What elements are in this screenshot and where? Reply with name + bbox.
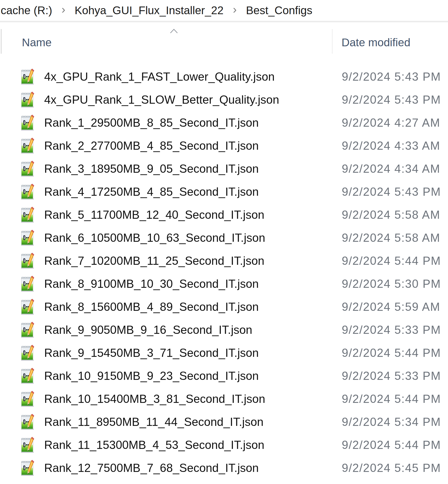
file-row[interactable]: Rank_6_10500MB_10_63_Second_IT.json 9/2/…: [0, 226, 448, 249]
json-file-icon: [20, 367, 35, 384]
json-file-icon: [20, 299, 35, 315]
json-file-icon: [20, 253, 35, 269]
file-date-modified: 9/2/2024 5:34 PM: [342, 415, 441, 429]
file-name[interactable]: Rank_9_9050MB_9_16_Second_IT.json: [44, 323, 252, 337]
file-date-modified: 9/2/2024 5:43 PM: [342, 70, 441, 83]
file-row[interactable]: Rank_5_11700MB_12_40_Second_IT.json 9/2/…: [0, 203, 448, 226]
file-date-modified: 9/2/2024 4:33 AM: [342, 139, 440, 152]
file-name[interactable]: Rank_2_27700MB_4_85_Second_IT.json: [44, 139, 259, 152]
json-file-icon: [20, 390, 35, 407]
file-name[interactable]: Rank_8_9100MB_10_30_Second_IT.json: [44, 277, 259, 291]
file-date-modified: 9/2/2024 5:33 PM: [342, 369, 441, 383]
json-file-icon: [20, 230, 35, 246]
file-date-modified: 9/2/2024 5:44 PM: [342, 438, 441, 452]
chevron-right-icon[interactable]: ›: [233, 3, 237, 16]
file-name[interactable]: Rank_3_18950MB_9_05_Second_IT.json: [44, 162, 259, 175]
json-file-icon: [20, 206, 35, 223]
file-row[interactable]: Rank_3_18950MB_9_05_Second_IT.json 9/2/2…: [0, 157, 448, 180]
file-row[interactable]: Rank_10_15400MB_3_81_Second_IT.json 9/2/…: [0, 387, 448, 410]
chevron-right-icon[interactable]: ›: [61, 3, 65, 16]
file-list: 4x_GPU_Rank_1_FAST_Lower_Quality.json 9/…: [0, 65, 448, 479]
json-file-icon: [20, 276, 35, 292]
file-date-modified: 9/2/2024 5:43 PM: [342, 93, 441, 106]
file-name[interactable]: Rank_11_15300MB_4_53_Second_IT.json: [44, 438, 264, 452]
file-name[interactable]: Rank_4_17250MB_4_85_Second_IT.json: [44, 185, 259, 198]
json-file-icon: [20, 322, 35, 338]
file-name[interactable]: 4x_GPU_Rank_1_FAST_Lower_Quality.json: [44, 70, 275, 83]
json-file-icon: [20, 436, 35, 453]
file-date-modified: 9/2/2024 5:43 PM: [342, 185, 441, 198]
file-name[interactable]: Rank_7_10200MB_11_25_Second_IT.json: [44, 254, 264, 268]
json-file-icon: [20, 413, 35, 430]
file-name[interactable]: Rank_6_10500MB_10_63_Second_IT.json: [44, 231, 265, 245]
json-file-icon: [20, 344, 35, 361]
column-header-name[interactable]: Name: [22, 37, 52, 48]
file-row[interactable]: Rank_8_9100MB_10_30_Second_IT.json 9/2/2…: [0, 272, 448, 295]
file-row[interactable]: Rank_9_15450MB_3_71_Second_IT.json 9/2/2…: [0, 341, 448, 364]
file-name[interactable]: Rank_8_15600MB_4_89_Second_IT.json: [44, 300, 259, 314]
file-date-modified: 9/2/2024 5:44 PM: [342, 346, 441, 360]
file-explorer-window: cache (R:) › Kohya_GUI_Flux_Installer_22…: [0, 0, 448, 484]
file-name[interactable]: Rank_5_11700MB_12_40_Second_IT.json: [44, 208, 264, 222]
json-file-icon: [20, 183, 35, 200]
file-date-modified: 9/2/2024 5:59 AM: [342, 300, 440, 314]
file-row[interactable]: Rank_1_29500MB_8_85_Second_IT.json 9/2/2…: [0, 111, 448, 134]
breadcrumb-divider: [0, 21, 448, 22]
file-row[interactable]: 4x_GPU_Rank_1_SLOW_Better_Quality.json 9…: [0, 88, 448, 111]
file-row[interactable]: Rank_12_7500MB_7_68_Second_IT.json 9/2/2…: [0, 456, 448, 479]
file-date-modified: 9/2/2024 4:34 AM: [342, 162, 440, 175]
file-name[interactable]: Rank_10_9150MB_9_23_Second_IT.json: [44, 369, 259, 383]
json-file-icon: [20, 460, 35, 476]
json-file-icon: [20, 137, 35, 154]
json-file-icon: [20, 68, 35, 85]
file-row[interactable]: Rank_11_15300MB_4_53_Second_IT.json 9/2/…: [0, 433, 448, 456]
file-date-modified: 9/2/2024 5:58 AM: [342, 231, 440, 245]
file-name[interactable]: Rank_10_15400MB_3_81_Second_IT.json: [44, 392, 265, 406]
breadcrumb: cache (R:) › Kohya_GUI_Flux_Installer_22…: [0, 0, 312, 20]
file-name[interactable]: Rank_12_7500MB_7_68_Second_IT.json: [44, 461, 259, 475]
file-name[interactable]: Rank_1_29500MB_8_85_Second_IT.json: [44, 116, 259, 129]
file-date-modified: 9/2/2024 4:27 AM: [342, 116, 440, 129]
file-date-modified: 9/2/2024 5:30 PM: [342, 277, 441, 291]
chevron-up-icon: [170, 29, 178, 33]
file-row[interactable]: Rank_9_9050MB_9_16_Second_IT.json 9/2/20…: [0, 318, 448, 341]
column-header-date-modified[interactable]: Date modified: [342, 37, 410, 48]
file-date-modified: 9/2/2024 5:45 PM: [342, 461, 441, 475]
file-date-modified: 9/2/2024 5:33 PM: [342, 323, 441, 337]
file-row[interactable]: Rank_7_10200MB_11_25_Second_IT.json 9/2/…: [0, 249, 448, 272]
column-divider[interactable]: [332, 29, 332, 54]
file-date-modified: 9/2/2024 5:44 PM: [342, 254, 441, 268]
file-name[interactable]: Rank_9_15450MB_3_71_Second_IT.json: [44, 346, 259, 360]
breadcrumb-item-drive[interactable]: cache (R:): [1, 4, 52, 17]
breadcrumb-item-installer-folder[interactable]: Kohya_GUI_Flux_Installer_22: [75, 4, 224, 17]
file-date-modified: 9/2/2024 5:58 AM: [342, 208, 440, 222]
file-row[interactable]: Rank_10_9150MB_9_23_Second_IT.json 9/2/2…: [0, 364, 448, 387]
file-row[interactable]: Rank_8_15600MB_4_89_Second_IT.json 9/2/2…: [0, 295, 448, 318]
file-row[interactable]: Rank_11_8950MB_11_44_Second_IT.json 9/2/…: [0, 410, 448, 433]
file-date-modified: 9/2/2024 5:44 PM: [342, 392, 441, 406]
file-row[interactable]: 4x_GPU_Rank_1_FAST_Lower_Quality.json 9/…: [0, 65, 448, 88]
json-file-icon: [20, 160, 35, 177]
json-file-icon: [20, 114, 35, 131]
pane-left-edge: [1, 29, 1, 54]
breadcrumb-item-best-configs[interactable]: Best_Configs: [246, 4, 312, 17]
file-row[interactable]: Rank_4_17250MB_4_85_Second_IT.json 9/2/2…: [0, 180, 448, 203]
file-name[interactable]: 4x_GPU_Rank_1_SLOW_Better_Quality.json: [44, 93, 279, 106]
file-row[interactable]: Rank_2_27700MB_4_85_Second_IT.json 9/2/2…: [0, 134, 448, 157]
file-name[interactable]: Rank_11_8950MB_11_44_Second_IT.json: [44, 415, 264, 429]
json-file-icon: [20, 91, 35, 108]
